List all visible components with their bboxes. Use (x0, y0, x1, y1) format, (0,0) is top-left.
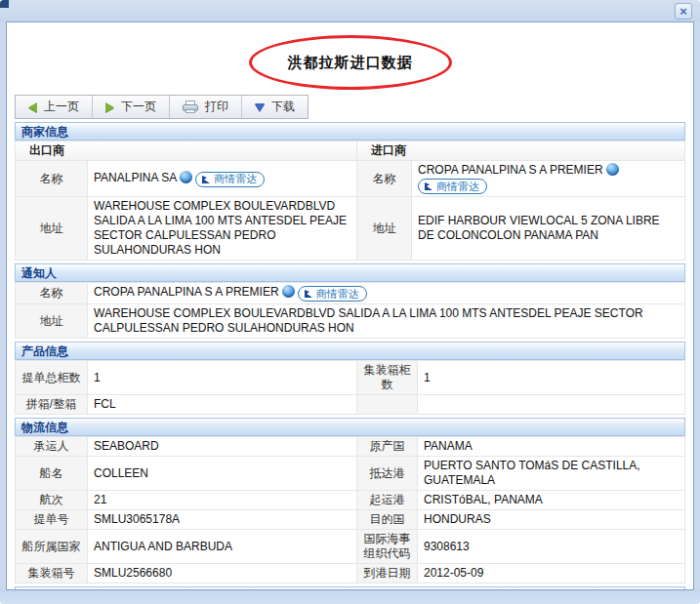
section-notify-party: 通知人 名称 CROPA PANALPINA S A PREMIER商情雷达 地… (15, 263, 685, 339)
next-page-label: 下一页 (121, 99, 156, 115)
business-radar-badge[interactable]: 商情雷达 (195, 172, 265, 187)
field-value: PUERTO SANTO TOMáS DE CASTILLA, GUATEMAL… (418, 457, 685, 491)
field-value: HONDURAS (418, 510, 685, 530)
radar-flag-icon (201, 175, 211, 184)
field-value: SMLU2566680 (88, 564, 357, 584)
red-highlight-ellipse: 洪都拉斯进口数据 (249, 35, 452, 90)
field-value: PANAMA (418, 437, 685, 457)
printer-icon (183, 101, 198, 113)
product-table: 提单总柜数 1 集装箱柜数 1 拼箱/整箱 FCL (15, 360, 685, 415)
field-value: 1 (418, 361, 685, 395)
field-value: SMLU3065178A (88, 510, 357, 530)
close-icon[interactable]: × (675, 3, 692, 20)
download-button[interactable]: 下载 (242, 96, 308, 118)
table-row: 名称 PANALPINA SA商情雷达 名称 CROPA PANALPINA S… (16, 161, 685, 197)
notify-name: CROPA PANALPINA S A PREMIER (94, 285, 279, 299)
next-page-button[interactable]: 下一页 (93, 96, 169, 118)
page-title: 洪都拉斯进口数据 (252, 38, 449, 87)
field-label: 起运港 (357, 491, 418, 510)
exporter-name-cell: PANALPINA SA商情雷达 (88, 161, 357, 197)
table-row: 名称 CROPA PANALPINA S A PREMIER商情雷达 (16, 283, 685, 304)
field-label: 原产国 (357, 437, 418, 457)
field-label: 提单总柜数 (16, 361, 88, 395)
table-row: 地址 WAREHOUSE COMPLEX BOULEVARDBLVD SALID… (16, 197, 685, 261)
field-label: 地址 (16, 304, 88, 339)
print-label: 打印 (205, 99, 228, 115)
prev-page-button[interactable]: 上一页 (16, 96, 92, 118)
green-left-arrow-icon (28, 102, 37, 112)
globe-icon[interactable] (282, 285, 295, 298)
field-label: 名称 (357, 161, 412, 197)
notify-table: 名称 CROPA PANALPINA S A PREMIER商情雷达 地址 WA… (15, 282, 685, 339)
green-right-arrow-icon (105, 102, 114, 112)
dialog-bottom-frame (0, 590, 700, 604)
field-label: 地址 (16, 197, 88, 261)
field-label: 提单号 (16, 510, 88, 530)
table-row: 航次 21 起运港 CRISTóBAL, PANAMA (16, 491, 685, 510)
notify-name-cell: CROPA PANALPINA S A PREMIER商情雷达 (88, 283, 685, 304)
field-value: CRISTóBAL, PANAMA (418, 491, 685, 510)
print-button[interactable]: 打印 (170, 96, 241, 118)
badge-label: 商情雷达 (316, 287, 359, 302)
field-label: 拼箱/整箱 (16, 395, 88, 415)
merchant-table: 出口商 进口商 名称 PANALPINA SA商情雷达 名称 CROPA PAN… (15, 141, 685, 261)
field-label: 航次 (16, 491, 88, 510)
field-label: 地址 (357, 197, 412, 261)
section-header: 商家信息 (15, 122, 685, 141)
table-row: 地址 WAREHOUSE COMPLEX BOULEVARDBLVD SALID… (16, 304, 685, 339)
dialog-content: 洪都拉斯进口数据 上一页 下一页 打印 下载 (6, 21, 694, 590)
business-radar-badge[interactable]: 商情雷达 (418, 179, 487, 194)
field-value: 9308613 (418, 530, 685, 564)
field-label: 名称 (16, 161, 88, 197)
section-product-info: 产品信息 提单总柜数 1 集装箱柜数 1 拼箱/整箱 FCL (15, 342, 685, 415)
section-logistics-info: 物流信息 承运人 SEABOARD 原产国 PANAMA 船名 COLLEEN … (15, 418, 685, 584)
field-value: SEABOARD (88, 437, 357, 457)
logistics-table: 承运人 SEABOARD 原产国 PANAMA 船名 COLLEEN 抵达港 P… (15, 436, 685, 584)
table-row: 船所属国家 ANTIGUA AND BARBUDA 国际海事组织代码 93086… (16, 530, 685, 564)
dialog-titlebar (0, 0, 700, 21)
field-value: 1 (88, 361, 357, 395)
download-label: 下载 (271, 99, 295, 115)
section-merchant-info: 商家信息 出口商 进口商 名称 PANALPINA SA商情雷达 名称 CROP… (15, 122, 685, 261)
radar-flag-icon (424, 181, 433, 191)
prev-page-label: 上一页 (44, 99, 79, 115)
business-radar-badge[interactable]: 商情雷达 (298, 286, 367, 302)
field-label: 名称 (16, 283, 88, 304)
field-value: 21 (88, 491, 357, 510)
field-label: 船名 (16, 457, 88, 491)
importer-name-cell: CROPA PANALPINA S A PREMIER商情雷达 (412, 161, 685, 197)
radar-flag-icon (304, 289, 313, 299)
field-label: 目的国 (357, 510, 418, 530)
importer-name: CROPA PANALPINA S A PREMIER (418, 163, 603, 177)
toolbar: 上一页 下一页 打印 下载 (15, 95, 309, 119)
badge-label: 商情雷达 (436, 180, 479, 194)
section-header: 物流信息 (15, 418, 685, 436)
field-label: 船所属国家 (16, 530, 88, 564)
field-label: 集装箱柜数 (357, 361, 418, 395)
table-row: 提单号 SMLU3065178A 目的国 HONDURAS (16, 510, 685, 530)
globe-icon[interactable] (180, 171, 192, 183)
field-label: 集装箱号 (16, 564, 88, 584)
table-row: 集装箱号 SMLU2566680 到港日期 2012-05-09 (16, 564, 685, 584)
table-row: 拼箱/整箱 FCL (16, 395, 685, 415)
field-value: FCL (88, 395, 357, 415)
notify-address: WAREHOUSE COMPLEX BOULEVARDBLVD SALIDA A… (88, 304, 685, 339)
field-label: 到港日期 (357, 564, 418, 584)
table-row: 提单总柜数 1 集装箱柜数 1 (16, 361, 685, 395)
field-label: 承运人 (16, 437, 88, 457)
field-value (418, 395, 685, 415)
field-value: ANTIGUA AND BARBUDA (88, 530, 357, 564)
table-row: 承运人 SEABOARD 原产国 PANAMA (16, 437, 685, 457)
corner-accent (0, 0, 9, 8)
globe-icon[interactable] (606, 163, 619, 176)
field-value: 2012-05-09 (418, 564, 685, 584)
importer-column-header: 进口商 (357, 141, 685, 161)
field-label (357, 395, 418, 415)
title-block: 洪都拉斯进口数据 (15, 24, 685, 93)
section-header: 通知人 (15, 263, 685, 282)
blue-down-arrow-icon (255, 103, 265, 111)
badge-label: 商情雷达 (214, 172, 257, 186)
field-label: 抵达港 (357, 457, 418, 491)
import-data-dialog: × 洪都拉斯进口数据 上一页 下一页 打印 (0, 0, 700, 604)
table-row: 出口商 进口商 (16, 141, 685, 161)
